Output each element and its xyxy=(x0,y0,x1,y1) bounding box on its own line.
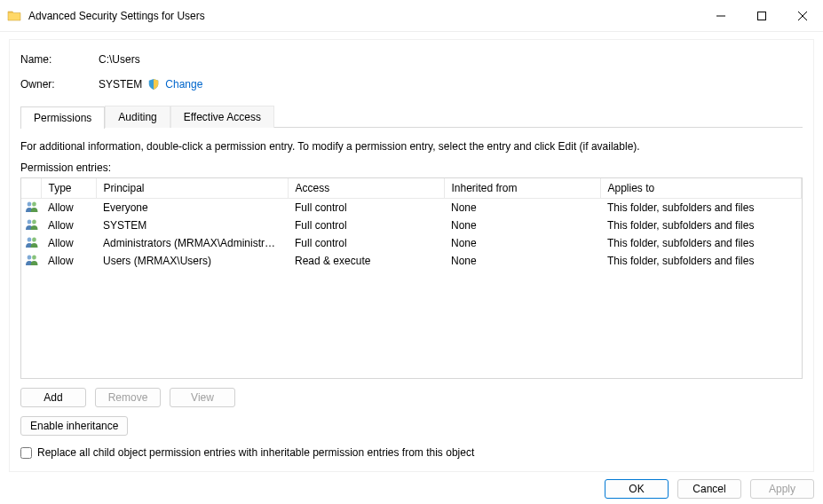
principal-icon xyxy=(25,201,39,212)
cell-access: Full control xyxy=(288,217,444,234)
entries-label: Permission entries: xyxy=(20,161,803,174)
instruction-text: For additional information, double-click… xyxy=(20,140,803,153)
view-button[interactable]: View xyxy=(170,388,235,407)
svg-point-10 xyxy=(28,255,32,259)
col-type[interactable]: Type xyxy=(41,178,96,199)
ok-button[interactable]: OK xyxy=(605,479,669,499)
cell-type: Allow xyxy=(41,217,96,234)
svg-rect-1 xyxy=(758,12,766,20)
tab-permissions[interactable]: Permissions xyxy=(20,106,105,129)
tab-effective-access[interactable]: Effective Access xyxy=(170,106,274,128)
owner-value: SYSTEM xyxy=(99,78,142,91)
add-button[interactable]: Add xyxy=(20,388,86,407)
cell-access: Read & execute xyxy=(288,252,444,270)
svg-point-6 xyxy=(28,219,32,224)
cancel-button[interactable]: Cancel xyxy=(677,479,741,499)
cell-applies: This folder, subfolders and files xyxy=(600,234,802,252)
maximize-button[interactable] xyxy=(741,2,782,30)
cell-type: Allow xyxy=(41,252,96,270)
cell-inherited: None xyxy=(444,252,600,270)
col-access[interactable]: Access xyxy=(288,178,444,199)
cell-principal: Administrators (MRMAX\Administrat... xyxy=(96,234,288,252)
table-row[interactable]: AllowAdministrators (MRMAX\Administrat..… xyxy=(21,234,802,252)
main-panel: Name: C:\Users Owner: SYSTEM Change Perm… xyxy=(9,39,814,472)
table-row[interactable]: AllowUsers (MRMAX\Users)Read & executeNo… xyxy=(21,252,802,270)
window-title: Advanced Security Settings for Users xyxy=(28,10,700,22)
close-button[interactable] xyxy=(782,2,823,30)
principal-icon xyxy=(25,218,39,230)
svg-point-4 xyxy=(28,201,32,206)
cell-access: Full control xyxy=(288,234,444,252)
name-label: Name: xyxy=(20,53,99,66)
table-row[interactable]: AllowSYSTEMFull controlNoneThis folder, … xyxy=(21,217,802,234)
svg-point-9 xyxy=(32,237,36,241)
cell-applies: This folder, subfolders and files xyxy=(600,199,802,217)
change-owner-link[interactable]: Change xyxy=(165,78,202,91)
tab-strip: Permissions Auditing Effective Access xyxy=(20,106,803,128)
col-icon[interactable] xyxy=(21,178,41,199)
table-row[interactable]: AllowEveryoneFull controlNoneThis folder… xyxy=(21,199,802,217)
folder-icon xyxy=(7,9,21,23)
tab-auditing[interactable]: Auditing xyxy=(105,106,170,128)
cell-type: Allow xyxy=(41,234,96,252)
grid-header-row: Type Principal Access Inherited from App… xyxy=(21,178,802,199)
replace-children-checkbox[interactable] xyxy=(20,447,32,459)
owner-label: Owner: xyxy=(20,78,99,91)
cell-applies: This folder, subfolders and files xyxy=(600,217,802,234)
cell-type: Allow xyxy=(41,199,96,217)
principal-icon xyxy=(25,254,39,265)
svg-point-7 xyxy=(32,219,36,224)
cell-principal: Everyone xyxy=(96,199,288,217)
apply-button[interactable]: Apply xyxy=(750,479,814,499)
cell-inherited: None xyxy=(444,234,600,252)
svg-point-8 xyxy=(28,237,32,241)
svg-point-11 xyxy=(32,255,36,259)
replace-children-label: Replace all child object permission entr… xyxy=(37,446,474,459)
cell-principal: Users (MRMAX\Users) xyxy=(96,252,288,270)
minimize-button[interactable] xyxy=(700,2,741,30)
title-bar: Advanced Security Settings for Users xyxy=(0,0,823,32)
principal-icon xyxy=(25,236,39,248)
permissions-grid[interactable]: Type Principal Access Inherited from App… xyxy=(20,177,803,379)
cell-access: Full control xyxy=(288,199,444,217)
cell-inherited: None xyxy=(444,217,600,234)
svg-point-5 xyxy=(32,201,36,206)
cell-inherited: None xyxy=(444,199,600,217)
dialog-footer: OK Cancel Apply xyxy=(605,479,814,499)
shield-icon xyxy=(147,78,160,91)
cell-principal: SYSTEM xyxy=(96,217,288,234)
name-value: C:\Users xyxy=(99,53,140,66)
col-inherited[interactable]: Inherited from xyxy=(444,178,600,199)
col-applies[interactable]: Applies to xyxy=(600,178,802,199)
col-principal[interactable]: Principal xyxy=(96,178,288,199)
remove-button[interactable]: Remove xyxy=(95,388,161,407)
enable-inheritance-button[interactable]: Enable inheritance xyxy=(20,416,128,436)
cell-applies: This folder, subfolders and files xyxy=(600,252,802,270)
